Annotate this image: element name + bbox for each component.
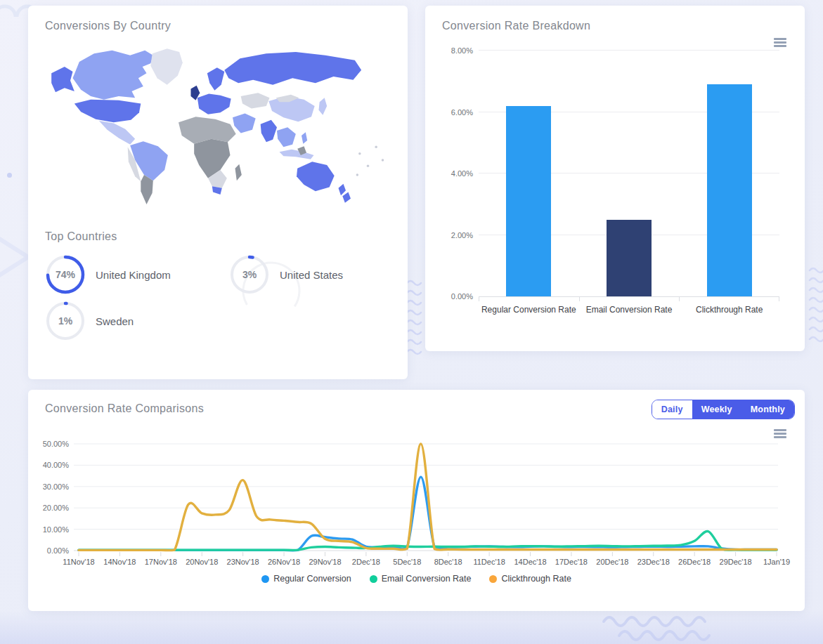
map-country[interactable] <box>261 120 277 142</box>
country-percent: 74% <box>45 254 86 295</box>
bar-clickthrough-rate[interactable] <box>707 84 752 296</box>
toggle-monthly[interactable]: Monthly <box>741 400 794 419</box>
top-countries-list: 74%United Kingdom 3%United States 1%Swed… <box>45 254 391 341</box>
card-title: Conversions By Country <box>45 20 391 32</box>
x-axis-label: 14Nov'18 <box>103 558 136 566</box>
x-axis-tick <box>579 296 580 301</box>
map-country[interactable] <box>197 94 231 114</box>
map-country[interactable] <box>224 52 361 85</box>
legend-label: Email Conversion Rate <box>382 574 472 584</box>
country-progress-ring: 3% <box>229 254 270 295</box>
bottom-gradient-band <box>0 610 823 644</box>
map-country[interactable] <box>297 162 335 191</box>
map-country[interactable] <box>339 184 351 203</box>
x-axis-label: 20Dec'18 <box>596 558 628 566</box>
conversion-rate-comparisons-card: Conversion Rate Comparisons DailyWeeklyM… <box>28 390 805 611</box>
series-line-clickthrough-rate[interactable] <box>79 444 777 551</box>
y-axis-label: 20.00% <box>43 504 70 512</box>
map-country[interactable] <box>207 67 225 91</box>
x-axis-label: 23Dec'18 <box>637 558 670 566</box>
map-country[interactable] <box>73 51 153 100</box>
legend-item-regular-conversion[interactable]: Regular Conversion <box>261 574 351 584</box>
x-axis-label: 29Dec'18 <box>720 558 752 566</box>
chart-legend: Regular ConversionEmail Conversion RateC… <box>28 574 805 584</box>
top-countries-title: Top Countries <box>45 230 391 243</box>
bar-category-label: Regular Conversion Rate <box>479 305 579 315</box>
line-chart: 0.00%10.00%20.00%30.00%40.00%50.00%11Nov… <box>35 432 798 572</box>
legend-item-clickthrough-rate[interactable]: Clickthrough Rate <box>489 574 571 584</box>
y-axis-label: 30.00% <box>43 482 70 491</box>
x-axis-tick <box>479 296 479 301</box>
bar-email-conversion-rate[interactable] <box>607 220 652 296</box>
country-label: Sweden <box>96 315 134 327</box>
legend-item-email-conversion-rate[interactable]: Email Conversion Rate <box>370 574 472 584</box>
y-axis-label: 6.00% <box>442 108 473 117</box>
country-progress-ring: 1% <box>45 301 86 341</box>
map-country[interactable] <box>233 114 256 133</box>
y-axis-label: 0.00% <box>442 292 473 301</box>
dot-decoration <box>7 173 12 178</box>
y-axis-label: 2.00% <box>442 231 473 239</box>
x-axis-label: 20Nov'18 <box>186 558 218 566</box>
x-axis-label: 5Dec'18 <box>393 558 421 566</box>
x-axis-label: 23Nov'18 <box>227 558 259 566</box>
country-percent: 1% <box>45 301 86 341</box>
world-map-choropleth <box>45 42 391 209</box>
y-axis-label: 0.00% <box>47 546 69 555</box>
top-country-item: 74%United Kingdom <box>45 254 229 295</box>
map-country[interactable] <box>235 164 242 180</box>
map-country[interactable] <box>302 132 307 143</box>
legend-dot <box>370 575 377 583</box>
map-country[interactable] <box>241 93 270 108</box>
conversion-rate-breakdown-card: Conversion Rate Breakdown 0.00%2.00%4.00… <box>425 6 805 351</box>
x-axis-label: 14Dec'18 <box>514 558 546 566</box>
x-axis-label: 29Nov'18 <box>309 558 341 566</box>
x-axis-line <box>479 296 779 297</box>
x-axis-label: 17Nov'18 <box>145 558 177 566</box>
bar-regular-conversion-rate[interactable] <box>506 106 551 296</box>
bar-category-label: Clickthrough Rate <box>679 305 779 315</box>
y-axis-label: 8.00% <box>442 46 473 55</box>
bar-chart: 0.00%2.00%4.00%6.00%8.00%Regular Convers… <box>442 51 779 296</box>
map-country[interactable] <box>277 127 296 147</box>
toggle-weekly[interactable]: Weekly <box>692 400 741 419</box>
country-progress-ring: 74% <box>45 254 86 295</box>
country-label: United Kingdom <box>96 269 171 281</box>
map-country[interactable] <box>150 48 182 84</box>
map-country[interactable] <box>74 100 141 123</box>
legend-dot <box>489 575 497 583</box>
y-axis-label: 10.00% <box>43 525 70 534</box>
country-percent: 3% <box>229 254 270 295</box>
legend-label: Clickthrough Rate <box>501 574 571 584</box>
bar-category-label: Email Conversion Rate <box>579 305 680 315</box>
pacific-islands <box>356 146 384 176</box>
map-country[interactable] <box>319 98 328 115</box>
map-country[interactable] <box>179 117 236 144</box>
menu-icon[interactable] <box>774 38 786 48</box>
map-country[interactable] <box>280 150 314 159</box>
x-axis-label: 2Dec'18 <box>352 558 380 566</box>
conversions-by-country-card: Conversions By Country <box>28 6 408 379</box>
card-title: Conversion Rate Breakdown <box>442 20 788 32</box>
x-axis-tick <box>679 296 680 301</box>
squiggle-decoration <box>600 612 747 643</box>
x-axis-label: 26Dec'18 <box>678 558 711 566</box>
legend-dot <box>261 575 269 583</box>
map-country[interactable] <box>51 67 74 92</box>
x-axis-label: 11Nov'18 <box>63 558 94 566</box>
x-axis-label: 17Dec'18 <box>555 558 588 566</box>
y-axis-label: 4.00% <box>442 169 473 178</box>
top-country-item: 3%United States <box>229 254 391 295</box>
country-label: United States <box>280 269 343 281</box>
x-axis-label: 11Dec'18 <box>473 558 505 566</box>
x-axis-label: 26Nov'18 <box>268 558 300 566</box>
x-axis-label: 1Jan'19 <box>763 558 790 566</box>
toggle-daily[interactable]: Daily <box>652 400 692 419</box>
legend-label: Regular Conversion <box>273 574 351 584</box>
map-country[interactable] <box>99 121 135 145</box>
map-country[interactable] <box>194 139 230 178</box>
x-axis-label: 8Dec'18 <box>434 558 462 566</box>
x-axis-tick <box>779 296 779 301</box>
wave-edge-decoration <box>808 265 823 344</box>
range-toggle: DailyWeeklyMonthly <box>652 400 795 419</box>
